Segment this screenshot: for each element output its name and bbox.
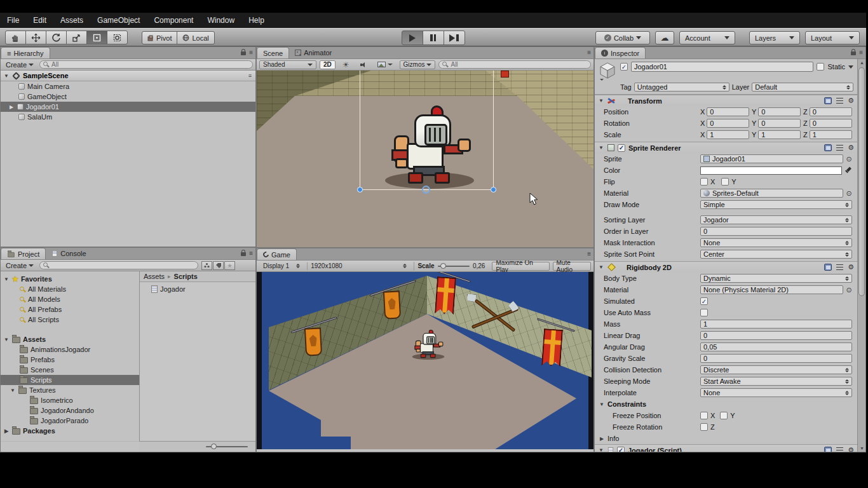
rect-tool-button[interactable] — [86, 30, 107, 44]
search-by-type-button[interactable] — [201, 261, 212, 270]
simulated-checkbox[interactable]: ✓ — [700, 297, 708, 305]
account-button[interactable]: Account — [679, 31, 735, 44]
tab-console[interactable]: Console — [46, 248, 92, 259]
breadcrumb-root[interactable]: Assets — [144, 273, 165, 280]
presets-icon[interactable] — [836, 264, 843, 270]
rotation-x-field[interactable]: 0 — [707, 119, 749, 128]
help-icon[interactable] — [824, 144, 832, 151]
breadcrumb-current[interactable]: Scripts — [174, 273, 198, 280]
help-icon[interactable] — [824, 264, 832, 271]
presets-icon[interactable] — [836, 98, 843, 104]
disclosure-down-icon[interactable]: ▼ — [598, 98, 604, 104]
menu-gameobject[interactable]: GameObject — [90, 13, 147, 28]
object-picker-icon[interactable]: ⊙ — [846, 286, 852, 294]
disclosure-down-icon[interactable]: ▼ — [598, 447, 604, 452]
menu-window[interactable]: Window — [200, 13, 241, 28]
game-viewport[interactable] — [257, 272, 593, 449]
lock-icon[interactable] — [241, 252, 246, 256]
tab-project[interactable]: Project — [1, 248, 46, 259]
help-icon[interactable] — [824, 97, 832, 104]
selection-handle-bottom-left[interactable] — [357, 187, 363, 193]
menu-file[interactable]: File — [0, 13, 26, 28]
disclosure-down-icon[interactable]: ▼ — [3, 337, 10, 342]
menu-component[interactable]: Component — [147, 13, 200, 28]
move-tool-button[interactable] — [25, 30, 46, 44]
scene-viewport[interactable] — [257, 71, 593, 247]
flip-y-checkbox[interactable] — [721, 178, 729, 186]
scale-y-field[interactable]: 1 — [758, 130, 801, 139]
panel-menu-icon[interactable]: ≡ — [249, 250, 253, 257]
file-jogador[interactable]: Jogador — [140, 284, 255, 294]
folder-scenes[interactable]: Scenes — [1, 365, 139, 375]
mass-field[interactable]: 1 — [700, 320, 852, 329]
search-by-label-button[interactable] — [213, 261, 224, 270]
position-y-field[interactable]: 0 — [758, 107, 801, 116]
mask-interaction-dropdown[interactable]: None — [700, 238, 852, 247]
disclosure-right-icon[interactable]: ▶ — [8, 104, 15, 110]
sprite-renderer-enabled-checkbox[interactable]: ✓ — [618, 144, 625, 152]
pause-button[interactable] — [423, 30, 444, 45]
disclosure-down-icon[interactable]: ▼ — [598, 264, 604, 270]
hierarchy-search-input[interactable]: All — [39, 60, 253, 69]
gear-icon[interactable]: ⚙ — [848, 144, 854, 151]
inspector-scrollbar[interactable]: ▲ ▼ — [857, 59, 865, 452]
static-checkbox[interactable] — [817, 63, 824, 71]
menu-assets[interactable]: Assets — [53, 13, 90, 28]
transform-header[interactable]: ▼ Transform ⚙ — [595, 95, 857, 106]
angular-drag-field[interactable]: 0,05 — [700, 342, 852, 351]
lock-icon[interactable] — [241, 51, 246, 55]
pivot-toggle-button[interactable]: Pivot — [142, 31, 177, 44]
slider-knob[interactable] — [211, 444, 217, 449]
panel-menu-icon[interactable]: ≡ — [859, 49, 863, 56]
sprite-object-field[interactable]: Jogador01 — [700, 154, 843, 163]
rotation-z-field[interactable]: 0 — [810, 119, 852, 128]
disclosure-down-icon[interactable]: ▼ — [3, 276, 10, 282]
favorite-all-models[interactable]: All Models — [1, 294, 139, 304]
rotation-y-field[interactable]: 0 — [758, 119, 801, 128]
packages-root[interactable]: ▶ Packages — [1, 426, 139, 436]
name-field[interactable]: Jogador01 — [631, 62, 813, 72]
layer-dropdown[interactable]: Default — [752, 83, 853, 92]
transform-tool-button[interactable] — [107, 30, 128, 44]
mute-audio-button[interactable]: Mute Audio — [553, 262, 592, 271]
favorite-all-materials[interactable]: All Materials — [1, 284, 139, 294]
folder-prefabs[interactable]: Prefabs — [1, 355, 139, 365]
disclosure-down-icon[interactable]: ▼ — [598, 145, 604, 151]
local-toggle-button[interactable]: Local — [177, 31, 214, 44]
sprite-pivot-handle[interactable] — [422, 186, 430, 194]
collision-detection-dropdown[interactable]: Discrete — [700, 365, 852, 374]
resolution-dropdown[interactable]: 1920x1080 — [307, 262, 410, 271]
hierarchy-item-main-camera[interactable]: Main Camera — [1, 81, 255, 92]
rotate-tool-button[interactable] — [46, 30, 67, 44]
2d-toggle-button[interactable]: 2D — [320, 60, 336, 69]
body-type-dropdown[interactable]: Dynamic — [700, 274, 852, 283]
eyedropper-icon[interactable] — [844, 166, 852, 174]
icon-size-slider[interactable] — [206, 446, 248, 447]
folder-textures[interactable]: ▼ Textures — [1, 385, 139, 395]
scroll-down-icon[interactable]: ▼ — [860, 446, 864, 451]
lock-icon[interactable] — [851, 51, 856, 55]
favorites-root[interactable]: ▼ ★ Favorites — [1, 274, 139, 284]
gear-icon[interactable]: ⚙ — [848, 97, 854, 104]
favorite-search-button[interactable]: ★ — [224, 261, 235, 270]
script-enabled-checkbox[interactable]: ✓ — [617, 447, 625, 452]
freeze-position-y-checkbox[interactable] — [720, 412, 728, 419]
info-foldout[interactable]: ▶ Info — [595, 433, 857, 444]
sorting-layer-dropdown[interactable]: Jogador — [700, 215, 852, 224]
script-header[interactable]: ▼ ✓ Jogador (Script) ⚙ — [595, 444, 857, 452]
selection-handle-bottom-right[interactable] — [491, 187, 496, 193]
tab-animator[interactable]: Animator — [289, 47, 337, 58]
material-object-field[interactable]: Sprites-Default — [700, 189, 843, 198]
scene-lighting-button[interactable]: ☀ — [339, 60, 353, 69]
scroll-up-icon[interactable]: ▲ — [860, 60, 864, 65]
position-x-field[interactable]: 0 — [707, 107, 749, 116]
hierarchy-item-salaum[interactable]: SalaUm — [1, 112, 255, 122]
cloud-button[interactable]: ☁ — [655, 31, 674, 44]
assets-root[interactable]: ▼ Assets — [1, 334, 139, 344]
disclosure-down-icon[interactable]: ▼ — [10, 388, 16, 393]
sprite-sort-point-dropdown[interactable]: Center — [700, 250, 852, 259]
favorite-all-scripts[interactable]: All Scripts — [1, 315, 139, 325]
order-in-layer-field[interactable]: 0 — [700, 227, 852, 236]
scene-menu-icon[interactable]: ≡ — [248, 72, 252, 79]
layout-button[interactable]: Layout — [805, 31, 860, 44]
